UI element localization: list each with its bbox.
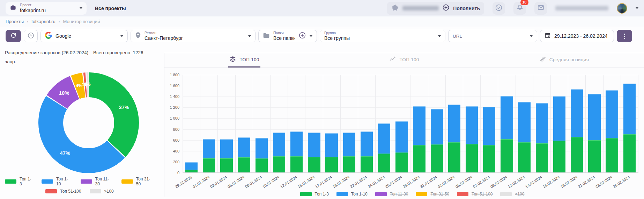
- bar-segment-top1-3[interactable]: [606, 138, 618, 172]
- bar-segment-top1-10[interactable]: [431, 109, 443, 144]
- bar-segment-top1-10[interactable]: [185, 162, 198, 170]
- bar-segment-top1-10[interactable]: [588, 94, 600, 140]
- search-engine-select[interactable]: Google: [40, 30, 128, 42]
- stacked-bar[interactable]: [536, 103, 548, 172]
- stacked-bar[interactable]: [606, 90, 618, 172]
- bar-segment-top1-3[interactable]: [553, 141, 565, 172]
- date-range-picker[interactable]: 29.12.2023 - 26.02.2024: [540, 30, 614, 42]
- plus-circle-icon[interactable]: [442, 4, 450, 13]
- bar-legend-item[interactable]: Топ 31-50: [416, 192, 449, 197]
- stacked-bar[interactable]: [308, 133, 320, 172]
- bar-segment-top1-10[interactable]: [553, 96, 565, 141]
- balance-topup-area[interactable]: Пополнить: [387, 2, 484, 15]
- bar-segment-top1-10[interactable]: [448, 105, 460, 142]
- stacked-bar[interactable]: [203, 139, 215, 172]
- stacked-bar[interactable]: [553, 96, 565, 172]
- bar-segment-top1-3[interactable]: [290, 156, 303, 172]
- stacked-bar[interactable]: [483, 107, 495, 172]
- bar-segment-top1-3[interactable]: [501, 139, 513, 172]
- bar-legend-item[interactable]: Топ 1-3: [300, 192, 329, 197]
- bar-segment-top1-3[interactable]: [361, 156, 373, 172]
- bar-segment-top1-3[interactable]: [308, 157, 320, 172]
- stacked-bar[interactable]: [466, 106, 478, 172]
- tab-top100-stacked[interactable]: ТОП 100: [164, 53, 324, 67]
- bar-segment-top1-10[interactable]: [308, 133, 320, 156]
- url-select[interactable]: URL: [448, 30, 537, 42]
- bar-segment-top1-10[interactable]: [220, 139, 232, 158]
- group-select[interactable]: Группа Все группы: [320, 30, 445, 42]
- stacked-bar[interactable]: [325, 133, 338, 172]
- donut-legend-item[interactable]: >100: [90, 189, 114, 194]
- bar-segment-top1-10[interactable]: [571, 89, 583, 137]
- bar-segment-top1-3[interactable]: [325, 157, 338, 172]
- notifications-button[interactable]: 10: [513, 2, 526, 15]
- stacked-bar[interactable]: [518, 102, 530, 172]
- breadcrumb-projects[interactable]: Проекты: [6, 19, 24, 24]
- bar-segment-top1-3[interactable]: [448, 142, 460, 172]
- donut-legend-item[interactable]: Топ 51-100: [45, 189, 81, 194]
- folders-select[interactable]: Папки Все папки: [258, 30, 317, 42]
- stacked-bar[interactable]: [238, 137, 250, 172]
- stacked-bar[interactable]: [343, 133, 355, 172]
- bar-segment-top1-10[interactable]: [238, 137, 250, 157]
- bar-segment-top1-3[interactable]: [588, 140, 600, 172]
- donut-legend-item[interactable]: Топ 11-30: [81, 177, 113, 186]
- bar-segment-top1-10[interactable]: [466, 106, 478, 143]
- bar-segment-top1-3[interactable]: [395, 152, 408, 172]
- bar-segment-top1-10[interactable]: [395, 121, 408, 152]
- bar-segment-top1-3[interactable]: [238, 157, 250, 172]
- bar-segment-top1-10[interactable]: [378, 123, 390, 154]
- bar-legend-item[interactable]: >100: [500, 192, 524, 197]
- bar-segment-top1-3[interactable]: [466, 144, 478, 172]
- bar-legend-item[interactable]: Топ 11-30: [375, 192, 408, 197]
- bar-segment-top1-10[interactable]: [623, 84, 636, 134]
- donut-chart[interactable]: 37%47%10%4%1%1%: [36, 71, 141, 175]
- bar-segment-top1-10[interactable]: [501, 96, 513, 139]
- stacked-bar[interactable]: [185, 162, 198, 172]
- stacked-bar[interactable]: [448, 105, 460, 172]
- bar-legend-item[interactable]: Топ 51-100: [457, 192, 493, 197]
- bar-segment-top1-3[interactable]: [623, 134, 636, 172]
- bar-segment-top1-3[interactable]: [431, 144, 443, 172]
- bar-segment-top1-10[interactable]: [343, 133, 355, 156]
- donut-legend-item[interactable]: Топ 1-10: [42, 177, 72, 186]
- bar-segment-top1-3[interactable]: [256, 158, 268, 172]
- bar-segment-top1-10[interactable]: [606, 90, 618, 138]
- breadcrumb-project-name[interactable]: fotkaprint.ru: [31, 19, 55, 24]
- stacked-bar[interactable]: [273, 133, 285, 172]
- bar-segment-top1-3[interactable]: [413, 145, 425, 172]
- topup-button[interactable]: Пополнить: [453, 6, 480, 11]
- bar-segment-top1-10[interactable]: [290, 132, 303, 156]
- history-button[interactable]: [24, 30, 38, 42]
- stacked-bar[interactable]: [588, 94, 600, 172]
- more-options-button[interactable]: ⋮: [617, 30, 632, 42]
- bar-segment-top1-10[interactable]: [203, 139, 215, 158]
- stacked-bar[interactable]: [395, 121, 408, 172]
- bar-legend-item[interactable]: Топ 1-10: [336, 192, 368, 197]
- bar-segment-top1-3[interactable]: [571, 137, 583, 172]
- bar-segment-top1-10[interactable]: [325, 133, 338, 157]
- tab-average-position[interactable]: Средняя позиция: [484, 53, 644, 67]
- region-select[interactable]: Регион Санкт-Петербург: [131, 30, 256, 42]
- bar-segment-top1-3[interactable]: [185, 170, 198, 172]
- bar-segment-top1-3[interactable]: [518, 142, 530, 172]
- stacked-bar[interactable]: [501, 96, 513, 172]
- donut-legend-item[interactable]: Топ 31-50: [121, 177, 154, 186]
- bar-segment-top1-10[interactable]: [536, 103, 548, 143]
- stacked-bar[interactable]: [361, 132, 373, 172]
- bar-segment-top1-3[interactable]: [273, 156, 285, 172]
- bar-segment-top1-3[interactable]: [378, 154, 390, 172]
- bar-segment-top1-10[interactable]: [483, 107, 495, 145]
- all-projects-link[interactable]: Все проекты: [95, 6, 126, 11]
- avatar[interactable]: [617, 3, 627, 14]
- donut-legend-item[interactable]: Топ 1-3: [5, 177, 33, 186]
- bar-segment-top1-10[interactable]: [256, 138, 268, 158]
- stacked-bar[interactable]: [413, 106, 425, 172]
- messages-button[interactable]: [534, 2, 547, 15]
- bar-segment-top1-10[interactable]: [361, 132, 373, 156]
- tab-top100-lines[interactable]: ТОП 100: [324, 53, 484, 67]
- bar-segment-top1-10[interactable]: [518, 102, 530, 143]
- bar-segment-top1-3[interactable]: [536, 143, 548, 172]
- account-chevron-down-icon[interactable]: [636, 7, 638, 9]
- stacked-bar[interactable]: [571, 89, 583, 172]
